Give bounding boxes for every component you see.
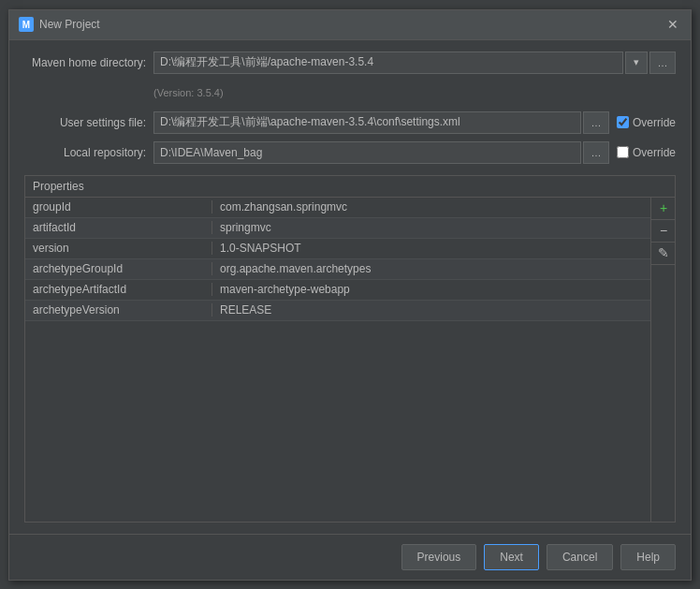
add-property-button[interactable]: + xyxy=(651,198,676,220)
user-settings-override-group: Override xyxy=(617,116,676,129)
maven-home-input-group: ▾ … xyxy=(153,52,676,74)
title-bar-left: M New Project xyxy=(19,17,100,32)
properties-header: Properties xyxy=(24,175,676,197)
dialog-icon: M xyxy=(19,17,34,32)
table-row[interactable]: groupId com.zhangsan.springmvc xyxy=(25,198,650,218)
table-row[interactable]: artifactId springmvc xyxy=(25,218,650,239)
maven-version-row: (Version: 3.5.4) xyxy=(24,81,676,104)
title-bar: M New Project ✕ xyxy=(9,10,691,40)
table-row[interactable]: archetypeGroupId org.apache.maven.archet… xyxy=(25,259,650,280)
cancel-button[interactable]: Cancel xyxy=(547,544,613,570)
prop-value: com.zhangsan.springmvc xyxy=(212,200,650,214)
local-repo-input-group: … xyxy=(153,141,609,164)
local-repo-browse-button[interactable]: … xyxy=(583,141,609,164)
dialog-footer: Previous Next Cancel Help xyxy=(9,534,691,580)
edit-property-button[interactable]: ✎ xyxy=(651,243,676,265)
dialog-title: New Project xyxy=(39,18,100,31)
prop-key: archetypeVersion xyxy=(25,303,212,317)
new-project-dialog: M New Project ✕ Maven home directory: ▾ … xyxy=(8,9,692,581)
remove-property-button[interactable]: − xyxy=(651,220,676,243)
maven-home-input[interactable] xyxy=(153,52,623,74)
prop-value: RELEASE xyxy=(212,303,650,317)
user-settings-row: User settings file: … Override xyxy=(24,111,676,134)
user-settings-input-group: … xyxy=(153,111,609,134)
properties-table: groupId com.zhangsan.springmvc artifactI… xyxy=(25,198,650,522)
local-repo-input[interactable] xyxy=(153,141,581,164)
local-repo-override-label: Override xyxy=(633,146,676,159)
properties-sidebar: + − ✎ xyxy=(650,198,675,522)
prop-value: 1.0-SNAPSHOT xyxy=(212,242,650,255)
prop-value: maven-archetype-webapp xyxy=(212,283,650,296)
table-row[interactable]: archetypeArtifactId maven-archetype-weba… xyxy=(25,280,650,301)
user-settings-override-label: Override xyxy=(633,116,676,129)
close-button[interactable]: ✕ xyxy=(664,16,681,33)
prop-key: groupId xyxy=(25,200,212,214)
dialog-content: Maven home directory: ▾ … (Version: 3.5.… xyxy=(9,40,691,534)
prop-key: version xyxy=(25,242,212,255)
maven-home-label: Maven home directory: xyxy=(24,56,146,69)
next-button[interactable]: Next xyxy=(484,544,539,570)
prop-key: archetypeArtifactId xyxy=(25,283,212,296)
user-settings-input[interactable] xyxy=(153,111,581,134)
user-settings-browse-button[interactable]: … xyxy=(583,111,609,134)
table-row[interactable]: archetypeVersion RELEASE xyxy=(25,301,650,321)
user-settings-label: User settings file: xyxy=(24,116,146,129)
maven-version-text: (Version: 3.5.4) xyxy=(153,87,224,98)
local-repo-override-group: Override xyxy=(617,146,676,159)
local-repo-row: Local repository: … Override xyxy=(24,141,676,164)
local-repo-label: Local repository: xyxy=(24,146,146,159)
properties-table-container: groupId com.zhangsan.springmvc artifactI… xyxy=(24,197,676,523)
help-button[interactable]: Help xyxy=(620,544,676,570)
properties-section: Properties groupId com.zhangsan.springmv… xyxy=(24,175,676,523)
local-repo-override-checkbox[interactable] xyxy=(617,146,629,158)
prop-value: springmvc xyxy=(212,221,650,234)
maven-home-browse-button[interactable]: … xyxy=(649,52,676,74)
prop-key: archetypeGroupId xyxy=(25,262,212,275)
table-row[interactable]: version 1.0-SNAPSHOT xyxy=(25,239,650,259)
previous-button[interactable]: Previous xyxy=(401,544,477,570)
prop-value: org.apache.maven.archetypes xyxy=(212,262,650,275)
user-settings-override-checkbox[interactable] xyxy=(617,116,629,128)
maven-home-dropdown-button[interactable]: ▾ xyxy=(625,52,648,74)
maven-home-row: Maven home directory: ▾ … xyxy=(24,52,676,74)
prop-key: artifactId xyxy=(25,221,212,234)
